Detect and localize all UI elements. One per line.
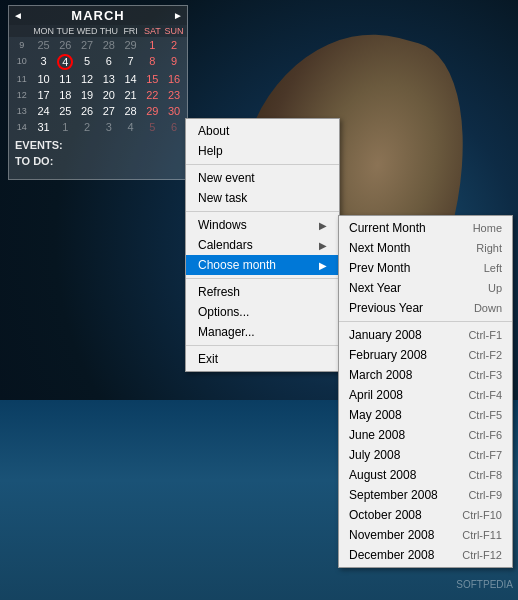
submenu-arrow-choose-month: ▶ bbox=[319, 260, 327, 271]
menu-separator-4 bbox=[186, 345, 339, 346]
cal-day[interactable]: 28 bbox=[120, 103, 142, 119]
cal-day[interactable]: 19 bbox=[76, 87, 98, 103]
menu-item-refresh[interactable]: Refresh bbox=[186, 282, 339, 302]
submenu-shortcut: Ctrl-F1 bbox=[468, 329, 502, 341]
cal-day[interactable]: 9 bbox=[163, 53, 185, 71]
submenu-item-current-month[interactable]: Current Month Home bbox=[339, 218, 512, 238]
todo-label: TO DO: bbox=[15, 155, 181, 167]
cal-day[interactable]: 5 bbox=[76, 53, 98, 71]
context-menu: About Help New event New task Windows ▶ … bbox=[185, 118, 340, 372]
submenu-item-apr-2008[interactable]: April 2008 Ctrl-F4 bbox=[339, 385, 512, 405]
week-num: 10 bbox=[11, 53, 33, 71]
menu-item-help[interactable]: Help bbox=[186, 141, 339, 161]
cal-day[interactable]: 27 bbox=[98, 103, 120, 119]
submenu-item-sep-2008[interactable]: September 2008 Ctrl-F9 bbox=[339, 485, 512, 505]
menu-item-calendars[interactable]: Calendars ▶ bbox=[186, 235, 339, 255]
cal-day[interactable]: 6 bbox=[163, 119, 185, 135]
menu-item-choose-month-label: Choose month bbox=[198, 258, 276, 272]
week-num: 11 bbox=[11, 71, 33, 87]
week-col-header bbox=[11, 26, 33, 36]
submenu-item-prev-month[interactable]: Prev Month Left bbox=[339, 258, 512, 278]
submenu-shortcut: Ctrl-F10 bbox=[462, 509, 502, 521]
cal-day[interactable]: 31 bbox=[33, 119, 55, 135]
cal-day[interactable]: 11 bbox=[55, 71, 77, 87]
menu-item-exit[interactable]: Exit bbox=[186, 349, 339, 369]
cal-day[interactable]: 7 bbox=[120, 53, 142, 71]
cal-day[interactable]: 26 bbox=[55, 37, 77, 53]
cal-day[interactable]: 29 bbox=[120, 37, 142, 53]
cal-day[interactable]: 21 bbox=[120, 87, 142, 103]
week-num: 9 bbox=[11, 37, 33, 53]
submenu-item-dec-2008[interactable]: December 2008 Ctrl-F12 bbox=[339, 545, 512, 565]
cal-day[interactable]: 5 bbox=[142, 119, 164, 135]
menu-item-new-task[interactable]: New task bbox=[186, 188, 339, 208]
softpedia-watermark: SOFTPEDIA bbox=[456, 579, 513, 590]
submenu-item-mar-2008[interactable]: March 2008 Ctrl-F3 bbox=[339, 365, 512, 385]
menu-item-options-label: Options... bbox=[198, 305, 249, 319]
cal-day[interactable]: 26 bbox=[76, 103, 98, 119]
cal-day[interactable]: 8 bbox=[142, 53, 164, 71]
submenu-item-oct-2008[interactable]: October 2008 Ctrl-F10 bbox=[339, 505, 512, 525]
cal-day-today[interactable]: 4 bbox=[55, 53, 77, 71]
cal-week-9: 9 25 26 27 28 29 1 2 bbox=[11, 37, 185, 53]
cal-day[interactable]: 17 bbox=[33, 87, 55, 103]
submenu-item-next-year[interactable]: Next Year Up bbox=[339, 278, 512, 298]
submenu-item-feb-2008[interactable]: February 2008 Ctrl-F2 bbox=[339, 345, 512, 365]
calendar-prev-button[interactable]: ◄ bbox=[13, 10, 23, 21]
day-fri: FRI bbox=[120, 26, 142, 36]
cal-day[interactable]: 24 bbox=[33, 103, 55, 119]
submenu-item-jan-2008[interactable]: January 2008 Ctrl-F1 bbox=[339, 325, 512, 345]
menu-item-about[interactable]: About bbox=[186, 121, 339, 141]
submenu-arrow-calendars: ▶ bbox=[319, 240, 327, 251]
submenu-item-jun-2008[interactable]: June 2008 Ctrl-F6 bbox=[339, 425, 512, 445]
submenu-shortcut: Ctrl-F3 bbox=[468, 369, 502, 381]
calendar-days-header: MON TUE WED THU FRI SAT SUN bbox=[9, 25, 187, 37]
cal-day[interactable]: 23 bbox=[163, 87, 185, 103]
menu-item-options[interactable]: Options... bbox=[186, 302, 339, 322]
cal-day[interactable]: 25 bbox=[55, 103, 77, 119]
cal-day[interactable]: 2 bbox=[163, 37, 185, 53]
cal-day[interactable]: 12 bbox=[76, 71, 98, 87]
menu-separator-1 bbox=[186, 164, 339, 165]
cal-day[interactable]: 13 bbox=[98, 71, 120, 87]
submenu-label: Current Month bbox=[349, 221, 426, 235]
submenu-item-nov-2008[interactable]: November 2008 Ctrl-F11 bbox=[339, 525, 512, 545]
cal-day[interactable]: 3 bbox=[33, 53, 55, 71]
cal-day[interactable]: 28 bbox=[98, 37, 120, 53]
submenu-shortcut: Ctrl-F2 bbox=[468, 349, 502, 361]
cal-day[interactable]: 3 bbox=[98, 119, 120, 135]
submenu-item-aug-2008[interactable]: August 2008 Ctrl-F8 bbox=[339, 465, 512, 485]
cal-day[interactable]: 15 bbox=[142, 71, 164, 87]
cal-day[interactable]: 10 bbox=[33, 71, 55, 87]
cal-day[interactable]: 16 bbox=[163, 71, 185, 87]
submenu-label: September 2008 bbox=[349, 488, 438, 502]
submenu-label: Next Month bbox=[349, 241, 410, 255]
menu-item-windows[interactable]: Windows ▶ bbox=[186, 215, 339, 235]
cal-day[interactable]: 14 bbox=[120, 71, 142, 87]
calendar-header: ◄ MARCH ► bbox=[9, 6, 187, 25]
calendar-next-button[interactable]: ► bbox=[173, 10, 183, 21]
day-wed: WED bbox=[76, 26, 98, 36]
cal-day[interactable]: 1 bbox=[55, 119, 77, 135]
cal-day[interactable]: 30 bbox=[163, 103, 185, 119]
calendar-widget: ◄ MARCH ► MON TUE WED THU FRI SAT SUN 9 … bbox=[8, 5, 188, 180]
menu-item-choose-month[interactable]: Choose month ▶ bbox=[186, 255, 339, 275]
cal-day[interactable]: 25 bbox=[33, 37, 55, 53]
cal-day[interactable]: 1 bbox=[142, 37, 164, 53]
cal-day[interactable]: 6 bbox=[98, 53, 120, 71]
submenu-item-may-2008[interactable]: May 2008 Ctrl-F5 bbox=[339, 405, 512, 425]
cal-day[interactable]: 2 bbox=[76, 119, 98, 135]
cal-week-12: 12 17 18 19 20 21 22 23 bbox=[11, 87, 185, 103]
cal-day[interactable]: 20 bbox=[98, 87, 120, 103]
submenu-label: August 2008 bbox=[349, 468, 416, 482]
cal-day[interactable]: 4 bbox=[120, 119, 142, 135]
cal-day[interactable]: 29 bbox=[142, 103, 164, 119]
submenu-item-jul-2008[interactable]: July 2008 Ctrl-F7 bbox=[339, 445, 512, 465]
submenu-item-previous-year[interactable]: Previous Year Down bbox=[339, 298, 512, 318]
submenu-item-next-month[interactable]: Next Month Right bbox=[339, 238, 512, 258]
menu-item-manager[interactable]: Manager... bbox=[186, 322, 339, 342]
cal-day[interactable]: 27 bbox=[76, 37, 98, 53]
cal-day[interactable]: 18 bbox=[55, 87, 77, 103]
menu-item-new-event[interactable]: New event bbox=[186, 168, 339, 188]
cal-day[interactable]: 22 bbox=[142, 87, 164, 103]
